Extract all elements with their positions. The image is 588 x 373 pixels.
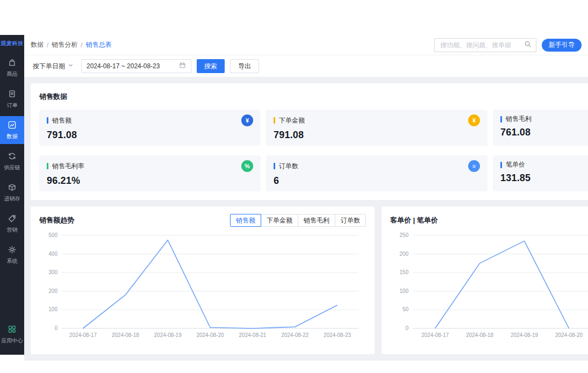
calendar-icon — [179, 62, 186, 70]
beginner-guide-button[interactable]: 新手引导 — [542, 39, 582, 52]
app-frame: 观麦科技 商品 订单 数据 — [0, 35, 588, 355]
sidebar-item-label: 应用中心 — [2, 337, 23, 345]
stat-label: 销售毛利率 — [52, 162, 84, 171]
tab-order-count[interactable]: 订单数 — [335, 214, 366, 227]
sidebar-item-supply-chain[interactable]: 供应链 — [0, 147, 24, 175]
accent-bar — [274, 163, 275, 169]
brand-logo: 观麦科技 — [0, 35, 24, 51]
svg-text:2024-08-22: 2024-08-22 — [281, 332, 309, 338]
svg-text:0: 0 — [54, 325, 58, 331]
svg-text:2024-08-19: 2024-08-19 — [154, 332, 182, 338]
inventory-icon — [8, 183, 17, 193]
date-type-select[interactable]: 按下单日期 — [31, 62, 76, 71]
global-search — [434, 38, 536, 52]
sidebar-item-label: 进销存 — [4, 195, 20, 203]
chart-icon — [8, 120, 17, 131]
accent-bar — [500, 116, 502, 123]
sidebar-item-goods[interactable]: 商品 — [0, 54, 24, 82]
accent-bar — [274, 117, 275, 124]
filter-bar: 按下单日期 2024-08-17 ~ 2024-08-23 搜索 导出 — [24, 55, 588, 77]
tab-sales-amount[interactable]: 销售额 — [230, 214, 261, 227]
stat-value: 791.08 — [47, 130, 253, 141]
svg-text:150: 150 — [399, 269, 408, 275]
accent-bar — [47, 163, 48, 169]
apps-icon — [8, 325, 17, 335]
svg-text:400: 400 — [48, 251, 58, 257]
search-button[interactable]: 搜索 — [197, 59, 225, 73]
breadcrumb-item[interactable]: 销售分析 — [52, 40, 77, 49]
date-type-label: 按下单日期 — [33, 62, 65, 71]
svg-text:2024-08-21: 2024-08-21 — [239, 332, 267, 338]
trend-metric-tabs: 销售额 下单金额 销售毛利 订单数 — [230, 214, 366, 227]
sidebar-item-label: 供应链 — [4, 164, 20, 171]
sidebar-item-app-center[interactable]: 应用中心 — [0, 320, 24, 348]
stat-card-order-count: 订单数 ≡ 6 — [266, 155, 487, 191]
sales-trend-panel: 销售额趋势 销售额 下单金额 销售毛利 订单数 0100200300400500… — [31, 206, 375, 354]
export-button[interactable]: 导出 — [230, 59, 259, 73]
sales-trend-chart: 01002003004005002024-08-172024-08-182024… — [39, 230, 366, 340]
stat-value: 6 — [274, 175, 480, 186]
stat-card-sales-amount: 销售额 ¥ 791.08 — [39, 110, 261, 146]
stats-grid: 销售额 ¥ 791.08 下单金额 ¥ 791.08 — [39, 110, 588, 191]
panel-title: 销售额趋势 — [39, 216, 74, 225]
supply-chain-icon — [8, 152, 17, 162]
svg-text:0: 0 — [405, 325, 408, 331]
sidebar-item-label: 订单 — [7, 102, 18, 109]
svg-text:50: 50 — [403, 306, 409, 312]
stat-value: 131.85 — [500, 173, 588, 184]
svg-text:100: 100 — [48, 306, 58, 312]
page: 观麦科技 商品 订单 数据 — [0, 0, 588, 373]
date-range-input[interactable]: 2024-08-17 ~ 2024-08-23 — [81, 59, 191, 73]
svg-text:200: 200 — [48, 288, 58, 294]
sidebar-item-label: 系统 — [7, 257, 18, 265]
price-per-order-chart: 0501001502002502024-08-172024-08-182024-… — [390, 230, 588, 340]
yuan-icon: ¥ — [241, 114, 253, 126]
svg-text:2024-08-23: 2024-08-23 — [324, 332, 352, 338]
sales-data-panel: 销售数据 销售额 ¥ 791.08 — [31, 83, 588, 200]
breadcrumb-current: 销售总表 — [86, 40, 112, 49]
stat-label: 订单数 — [279, 162, 298, 171]
breadcrumb-item[interactable]: 数据 — [31, 40, 44, 49]
svg-text:2024-08-19: 2024-08-19 — [511, 332, 539, 338]
stat-value: 96.21% — [47, 175, 253, 186]
stat-card-order-amount: 下单金额 ¥ 791.08 — [266, 110, 487, 146]
sidebar-item-inventory[interactable]: 进销存 — [0, 178, 24, 206]
sidebar-item-system[interactable]: 系统 — [0, 241, 24, 269]
tab-gross-profit[interactable]: 销售毛利 — [298, 214, 335, 227]
svg-text:200: 200 — [399, 251, 408, 257]
stat-value: 791.08 — [274, 130, 480, 141]
svg-text:2024-08-18: 2024-08-18 — [112, 332, 140, 338]
sidebar-item-marketing[interactable]: 营销 — [0, 210, 24, 238]
sidebar-item-label: 商品 — [7, 70, 18, 78]
breadcrumb-separator: / — [81, 41, 82, 49]
tab-order-amount[interactable]: 下单金额 — [261, 214, 298, 227]
yuan-icon: ¥ — [468, 114, 480, 126]
price-per-order-panel: 客单价 | 笔单价 0501001502002502024-08-172024-… — [382, 206, 588, 354]
marketing-icon — [8, 214, 17, 224]
bag-icon — [8, 58, 17, 68]
svg-text:2024-08-17: 2024-08-17 — [69, 332, 97, 338]
sidebar: 观麦科技 商品 订单 数据 — [0, 35, 24, 355]
svg-text:250: 250 — [399, 232, 408, 238]
stat-label: 销售毛利 — [506, 114, 532, 124]
search-icon[interactable] — [524, 40, 532, 50]
percent-icon: % — [241, 160, 253, 172]
stat-card-gross-profit: 销售毛利 761.08 — [493, 110, 588, 146]
sidebar-item-data[interactable]: 数据 — [0, 116, 24, 144]
gear-icon — [8, 245, 17, 255]
stat-label: 下单金额 — [279, 116, 305, 125]
order-icon — [8, 89, 17, 99]
search-input[interactable] — [439, 41, 521, 49]
svg-text:2024-08-20: 2024-08-20 — [555, 332, 583, 338]
stat-label: 销售额 — [52, 116, 71, 125]
accent-bar — [47, 117, 48, 124]
panel-title: 客单价 | 笔单价 — [390, 216, 438, 225]
breadcrumb-separator: / — [47, 41, 48, 49]
stat-card-per-order-price: 笔单价 131.85 — [493, 155, 588, 191]
sidebar-item-orders[interactable]: 订单 — [0, 85, 24, 113]
content-area: 销售数据 销售额 ¥ 791.08 — [24, 77, 588, 361]
svg-text:2024-08-18: 2024-08-18 — [466, 332, 494, 338]
list-icon: ≡ — [468, 160, 480, 172]
sidebar-item-label: 营销 — [7, 226, 18, 234]
chevron-down-icon — [68, 62, 74, 70]
